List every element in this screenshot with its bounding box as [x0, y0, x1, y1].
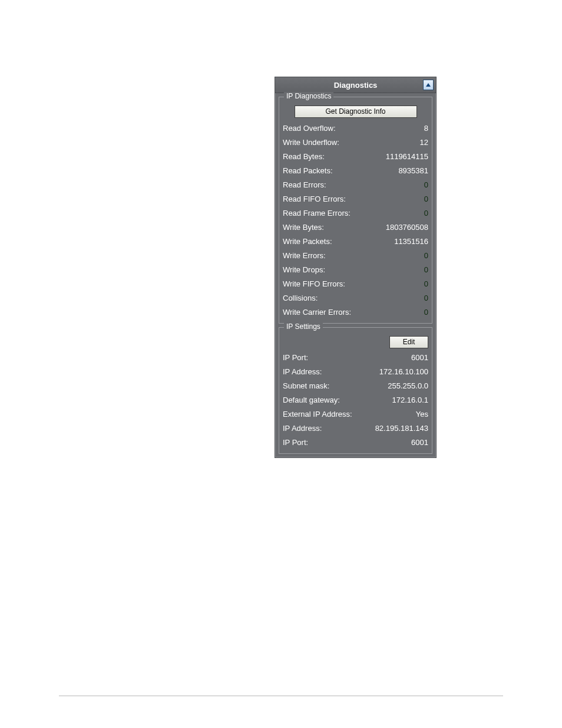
settings-row: Default gateway:172.16.0.1	[283, 393, 428, 407]
settings-value: Yes	[416, 407, 428, 421]
footer-divider	[59, 696, 503, 696]
diagnostics-row: Read Bytes:1119614115	[283, 150, 428, 164]
diagnostics-row: Write Bytes:1803760508	[283, 220, 428, 235]
diagnostics-row: Collisions:0	[283, 291, 428, 305]
settings-value: 255.255.0.0	[388, 379, 428, 393]
diagnostics-value: 0	[424, 291, 428, 305]
settings-label: IP Port:	[283, 351, 308, 365]
diagnostics-label: Read FIFO Errors:	[283, 192, 346, 206]
settings-label: IP Address:	[283, 365, 322, 379]
svg-marker-0	[426, 83, 431, 87]
settings-row: IP Port:6001	[283, 351, 428, 365]
diagnostics-row: Write FIFO Errors:0	[283, 277, 428, 291]
diagnostics-label: Write Bytes:	[283, 220, 324, 235]
diagnostics-value: 12	[420, 136, 428, 150]
settings-row: IP Address:82.195.181.143	[283, 421, 428, 436]
ip-diagnostics-group: IP Diagnostics Get Diagnostic Info Read …	[279, 97, 432, 324]
diagnostics-row: Write Drops:0	[283, 263, 428, 277]
diagnostics-value: 8	[424, 121, 428, 136]
diagnostics-label: Read Bytes:	[283, 150, 325, 164]
ip-settings-legend: IP Settings	[284, 322, 323, 331]
diagnostics-row: Write Carrier Errors:0	[283, 305, 428, 319]
diagnostics-row: Write Packets:11351516	[283, 235, 428, 249]
settings-value: 82.195.181.143	[375, 421, 428, 436]
diagnostics-label: Read Overflow:	[283, 121, 336, 136]
get-diagnostic-info-button[interactable]: Get Diagnostic Info	[295, 106, 417, 118]
settings-label: Subnet mask:	[283, 379, 330, 393]
settings-value: 6001	[411, 351, 428, 365]
settings-rows: IP Port:6001IP Address:172.16.10.100Subn…	[283, 351, 428, 450]
settings-value: 172.16.10.100	[379, 365, 428, 379]
diagnostics-rows: Read Overflow:8Write Underflow:12Read By…	[283, 121, 428, 319]
diagnostics-value: 0	[424, 277, 428, 291]
diagnostics-value: 0	[424, 192, 428, 206]
diagnostics-label: Write FIFO Errors:	[283, 277, 345, 291]
diagnostics-value: 0	[424, 263, 428, 277]
edit-button[interactable]: Edit	[389, 336, 428, 348]
diagnostics-value: 0	[424, 305, 428, 319]
diagnostics-row: Read Errors:0	[283, 178, 428, 192]
diagnostics-row: Write Underflow:12	[283, 136, 428, 150]
diagnostics-panel: Diagnostics IP Diagnostics Get Diagnosti…	[275, 77, 437, 458]
diagnostics-label: Write Errors:	[283, 249, 326, 263]
diagnostics-value: 1803760508	[386, 220, 428, 235]
diagnostics-label: Read Errors:	[283, 178, 326, 192]
diagnostics-label: Collisions:	[283, 291, 318, 305]
diagnostics-value: 0	[424, 178, 428, 192]
settings-label: IP Port:	[283, 436, 308, 450]
settings-value: 172.16.0.1	[392, 393, 428, 407]
settings-row: IP Port:6001	[283, 436, 428, 450]
collapse-button[interactable]	[423, 80, 434, 90]
diagnostics-label: Write Packets:	[283, 235, 332, 249]
diagnostics-row: Read FIFO Errors:0	[283, 192, 428, 206]
settings-label: IP Address:	[283, 421, 322, 436]
settings-row: External IP Address:Yes	[283, 407, 428, 421]
panel-title: Diagnostics	[275, 81, 436, 90]
diagnostics-label: Write Underflow:	[283, 136, 339, 150]
arrow-up-icon	[425, 83, 431, 87]
diagnostics-row: Write Errors:0	[283, 249, 428, 263]
settings-value: 6001	[411, 436, 428, 450]
diagnostics-value: 1119614115	[386, 150, 428, 164]
settings-row: IP Address:172.16.10.100	[283, 365, 428, 379]
diagnostics-label: Read Frame Errors:	[283, 206, 351, 220]
diagnostics-value: 0	[424, 206, 428, 220]
diagnostics-row: Read Overflow:8	[283, 121, 428, 136]
diagnostics-row: Read Packets:8935381	[283, 164, 428, 178]
diagnostics-label: Write Drops:	[283, 263, 325, 277]
diagnostics-value: 8935381	[398, 164, 428, 178]
diagnostics-label: Write Carrier Errors:	[283, 305, 351, 319]
ip-settings-group: IP Settings Edit IP Port:6001IP Address:…	[279, 327, 432, 454]
diagnostics-row: Read Frame Errors:0	[283, 206, 428, 220]
diagnostics-label: Read Packets:	[283, 164, 333, 178]
diagnostics-value: 11351516	[394, 235, 428, 249]
panel-header: Diagnostics	[275, 77, 436, 93]
settings-label: Default gateway:	[283, 393, 340, 407]
settings-row: Subnet mask:255.255.0.0	[283, 379, 428, 393]
diagnostics-value: 0	[424, 249, 428, 263]
settings-label: External IP Address:	[283, 407, 352, 421]
ip-diagnostics-legend: IP Diagnostics	[284, 92, 333, 100]
